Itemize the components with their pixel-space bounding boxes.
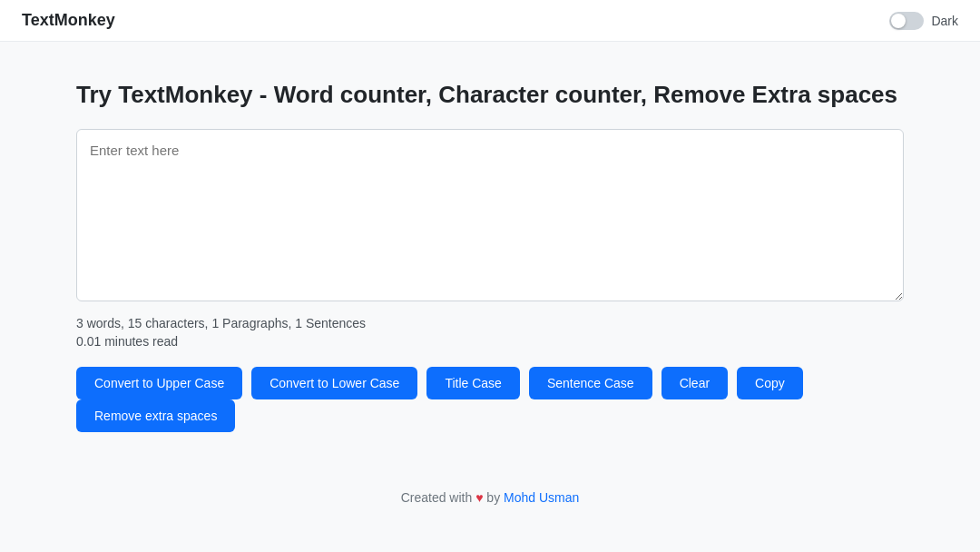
footer-heart: ♥ — [475, 490, 483, 505]
stats-row: 3 words, 15 characters, 1 Paragraphs, 1 … — [76, 316, 904, 330]
main-content: Try TextMonkey - Word counter, Character… — [54, 42, 926, 454]
page-footer: Created with ♥ by Mohd Usman — [0, 472, 980, 523]
page-heading: Try TextMonkey - Word counter, Character… — [76, 78, 904, 111]
upper-case-button[interactable]: Convert to Upper Case — [76, 367, 242, 399]
app-header: TextMonkey Dark — [0, 0, 980, 42]
footer-prefix: Created with — [401, 490, 473, 505]
toggle-switch[interactable] — [889, 12, 924, 30]
lower-case-button[interactable]: Convert to Lower Case — [251, 367, 417, 399]
read-time: 0.01 minutes read — [76, 334, 904, 349]
text-input[interactable] — [76, 129, 904, 301]
app-title: TextMonkey — [22, 11, 115, 30]
remove-spaces-button[interactable]: Remove extra spaces — [76, 399, 235, 432]
buttons-row-2: Remove extra spaces — [76, 399, 904, 432]
dark-mode-label: Dark — [931, 14, 958, 28]
footer-author-link[interactable]: Mohd Usman — [504, 490, 579, 505]
footer-by: by — [486, 490, 500, 505]
title-case-button[interactable]: Title Case — [426, 367, 520, 399]
clear-button[interactable]: Clear — [662, 367, 728, 399]
toggle-knob — [891, 14, 906, 28]
buttons-row: Convert to Upper Case Convert to Lower C… — [76, 367, 904, 399]
sentence-case-button[interactable]: Sentence Case — [529, 367, 652, 399]
dark-mode-toggle[interactable]: Dark — [889, 12, 958, 30]
copy-button[interactable]: Copy — [737, 367, 803, 399]
